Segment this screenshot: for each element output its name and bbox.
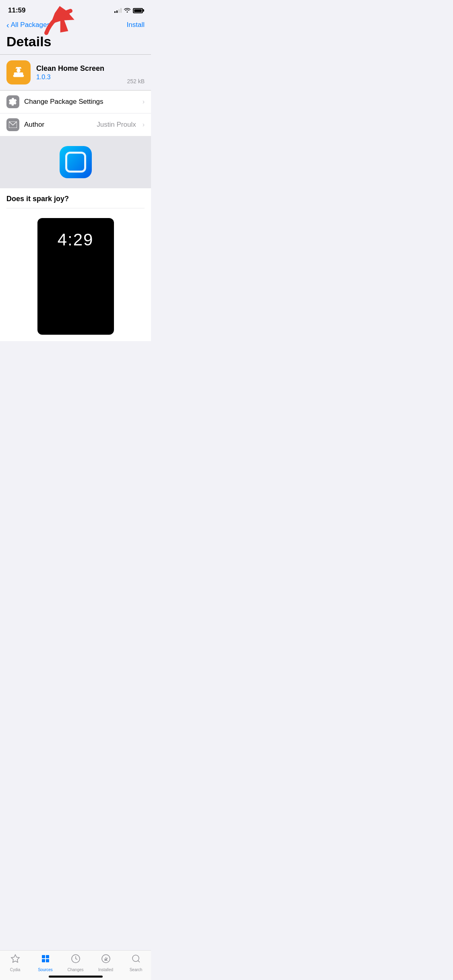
author-label: Author [24, 121, 92, 129]
author-chevron-icon: › [143, 121, 145, 128]
battery-icon [133, 8, 143, 13]
chevron-right-icon: › [143, 98, 145, 105]
nav-bar: ‹ All Packages Install [0, 18, 151, 32]
package-app-icon [11, 65, 26, 80]
svg-rect-3 [13, 75, 24, 77]
signal-icon [114, 8, 122, 13]
app-preview-inner [65, 152, 86, 173]
screenshot-time: 4:29 [58, 230, 94, 249]
change-package-settings-label: Change Package Settings [24, 98, 136, 106]
description-title: Does it spark joy? [6, 195, 145, 203]
package-size: 252 kB [127, 78, 145, 84]
package-info: Clean Home Screen 1.0.3 [36, 64, 121, 81]
settings-list: Change Package Settings › Author Justin … [0, 91, 151, 136]
package-name: Clean Home Screen [36, 64, 121, 73]
wifi-icon [124, 8, 130, 14]
author-value: Justin Proulx [97, 121, 136, 129]
status-icons [114, 8, 143, 14]
screenshot-container: 4:29 [0, 218, 151, 341]
description-section: Does it spark joy? [0, 188, 151, 218]
svg-marker-6 [15, 67, 21, 69]
email-icon [6, 118, 19, 131]
description-divider [6, 208, 145, 208]
gear-icon [6, 95, 19, 108]
phone-screenshot: 4:29 [37, 218, 114, 335]
change-package-settings-item[interactable]: Change Package Settings › [0, 91, 151, 113]
svg-marker-0 [48, 5, 76, 34]
package-card: Clean Home Screen 1.0.3 252 kB [0, 55, 151, 90]
author-item[interactable]: Author Justin Proulx › [0, 113, 151, 136]
package-version: 1.0.3 [36, 74, 121, 81]
back-chevron-icon: ‹ [6, 21, 9, 29]
app-preview-section [0, 136, 151, 188]
app-preview-icon [60, 146, 92, 178]
svg-rect-5 [17, 69, 20, 71]
package-icon [6, 60, 31, 84]
status-time: 11:59 [8, 6, 25, 14]
red-arrow-icon [40, 5, 81, 37]
install-button[interactable]: Install [127, 21, 145, 29]
content-area: 11:59 ‹ All Packages [0, 0, 151, 377]
